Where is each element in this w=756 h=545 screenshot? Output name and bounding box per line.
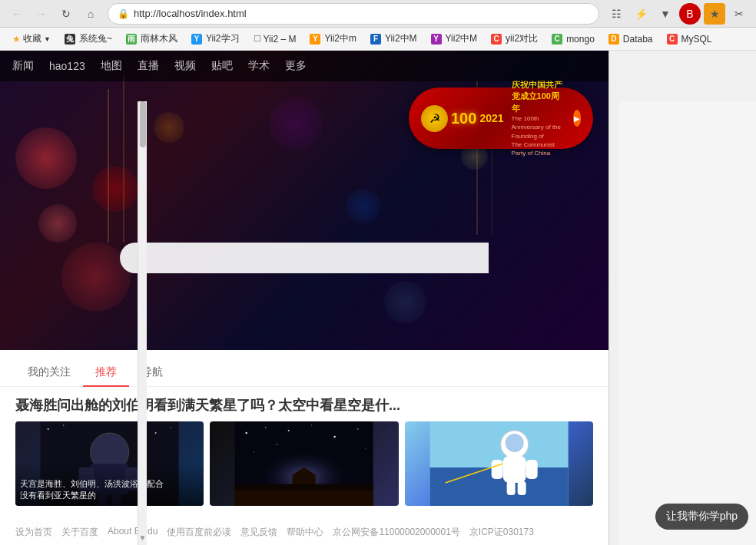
topnav-tieba[interactable]: 贴吧 xyxy=(211,59,233,73)
extensions-button[interactable]: ☷ xyxy=(605,3,627,25)
svg-rect-34 xyxy=(517,481,526,495)
bookmark-star[interactable]: ★ 收藏 ▼ xyxy=(6,30,57,48)
bookmark-yii2m-label: Yii2 – M xyxy=(264,34,297,45)
topnav-academic[interactable]: 学术 xyxy=(248,59,270,73)
svg-point-20 xyxy=(254,452,254,453)
centenary-text: 100 xyxy=(451,110,476,127)
topnav-news[interactable]: 新闻 xyxy=(12,59,34,73)
play-button[interactable]: ▶ xyxy=(573,110,581,127)
bookmark-yii2dui[interactable]: C yii2对比 xyxy=(485,30,544,48)
anniversary-subtitle: The 100th Anniversary of the Founding of… xyxy=(512,114,565,157)
bookmark-comma[interactable]: Y Yii2中M xyxy=(425,30,484,48)
baidu-content: 我的关注 推荐 导航 聂海胜问出舱的刘伯明看到满天繁星了吗？太空中看星空是什..… xyxy=(0,350,608,534)
refresh-button[interactable]: ↻ xyxy=(55,3,77,25)
footer-about[interactable]: 关于百度 xyxy=(61,526,98,539)
svg-point-21 xyxy=(277,444,278,445)
mongo-favicon: C xyxy=(552,34,562,45)
bookmark-yii2f[interactable]: F Yii2中M xyxy=(364,30,423,48)
bookmarks-bar: ★ 收藏 ▼ 兔 系统兔~ 雨 雨林木风 Y Yii2学习 ☐ Yii2 – M… xyxy=(0,28,756,51)
article-image-3[interactable] xyxy=(405,421,593,506)
footer-terms[interactable]: 使用百度前必读 xyxy=(167,526,231,539)
footer-about-en[interactable]: About Baidu xyxy=(108,526,158,539)
topnav-map[interactable]: 地图 xyxy=(101,59,122,73)
tab-my-follow[interactable]: 我的关注 xyxy=(15,359,83,387)
browser-titlebar: ← → ↻ ⌂ 🔒 http://localhost/index.html ☷ … xyxy=(0,0,756,28)
topnav-live[interactable]: 直播 xyxy=(138,59,159,73)
footer-feedback[interactable]: 意见反馈 xyxy=(240,526,277,539)
home-button[interactable]: ⌂ xyxy=(80,3,101,25)
topnav-video[interactable]: 视频 xyxy=(174,59,196,73)
svg-rect-25 xyxy=(235,484,373,490)
forward-button[interactable]: → xyxy=(31,3,52,25)
extensions2-button[interactable]: ★ xyxy=(704,3,725,25)
year-text: 2021 xyxy=(479,112,503,124)
svg-point-7 xyxy=(48,428,49,430)
bookmark-mongo[interactable]: C mongo xyxy=(545,31,601,47)
comma-favicon: Y xyxy=(431,34,442,45)
address-bar[interactable]: 🔒 http://localhost/index.html xyxy=(108,3,599,25)
lightning-button[interactable]: ⚡ xyxy=(630,3,652,25)
bookmark-yii2m[interactable]: ☐ Yii2 – M xyxy=(247,31,303,47)
spacesuit-svg xyxy=(405,421,593,506)
bookmark-yulin-label: 雨林木风 xyxy=(141,32,177,45)
yii2dui-favicon: C xyxy=(491,34,502,45)
svg-point-22 xyxy=(365,448,366,449)
bookmark-database[interactable]: D Databa xyxy=(602,31,659,47)
svg-rect-32 xyxy=(526,460,537,479)
bookmark-mysql[interactable]: C MySQL xyxy=(661,31,718,47)
bookmark-system[interactable]: 兔 系统兔~ xyxy=(58,30,118,48)
bookmark-yulin[interactable]: 雨 雨林木风 xyxy=(120,30,184,48)
bookmark-yii2learn[interactable]: Y Yii2学习 xyxy=(185,30,246,48)
mysql-favicon: C xyxy=(667,34,678,45)
yii2-favicon: Y xyxy=(191,34,202,45)
bookmark-comma-label: Yii2中M xyxy=(446,32,478,45)
bookmark-yii2cn[interactable]: Y Yii2中m xyxy=(303,30,363,48)
url-text: http://localhost/index.html xyxy=(134,8,589,19)
svg-rect-33 xyxy=(506,481,515,495)
article-image-2[interactable] xyxy=(210,421,398,506)
back-button[interactable]: ← xyxy=(6,3,28,25)
tree-1 xyxy=(108,89,109,243)
svg-point-29 xyxy=(505,434,523,452)
right-panel xyxy=(618,101,756,545)
banner-left: ☭ 100 2021 xyxy=(421,105,504,132)
browser-actions: ☷ ⚡ ▼ B ★ ✂ xyxy=(605,3,750,25)
dropdown-button[interactable]: ▼ xyxy=(655,3,676,25)
topnav-hao123[interactable]: hao123 xyxy=(49,60,85,72)
scissors-button[interactable]: ✂ xyxy=(728,3,750,25)
tree-2 xyxy=(123,74,124,243)
profile-button[interactable]: B xyxy=(679,3,701,25)
watermark-text: 让我带你学php xyxy=(666,510,738,522)
yii2cn-favicon: Y xyxy=(310,34,320,45)
article-images: 天宫是海胜、刘伯明、汤洪波浴液配合没有看到亚天繁星的 xyxy=(0,421,608,515)
bokeh-6 xyxy=(269,97,323,150)
footer-homepage[interactable]: 设为首页 xyxy=(15,526,52,539)
bokeh-8 xyxy=(384,281,426,323)
footer-icp[interactable]: 京ICP证030173 xyxy=(469,526,534,539)
anniversary-title: 庆祝中国共产党成立100周年 xyxy=(512,79,565,114)
article-image-1[interactable]: 天宫是海胜、刘伯明、汤洪波浴液配合没有看到亚天繁星的 xyxy=(15,421,204,506)
bokeh-2 xyxy=(38,204,77,243)
tab-recommend[interactable]: 推荐 xyxy=(83,359,129,387)
dropdown-icon: ▼ xyxy=(44,35,51,43)
anniversary-banner[interactable]: ☭ 100 2021 庆祝中国共产党成立100周年 The 100th Anni… xyxy=(409,88,593,149)
footer-help[interactable]: 帮助中心 xyxy=(287,526,323,539)
tab-navigation[interactable]: 导航 xyxy=(129,359,175,387)
footer-beian[interactable]: 京公网安备11000002000001号 xyxy=(333,526,459,539)
article-title[interactable]: 聂海胜问出舱的刘伯明看到满天繁星了吗？太空中看星空是什... xyxy=(0,387,608,421)
bookmark-yii2cn-label: Yii2中m xyxy=(324,32,356,45)
search-input[interactable] xyxy=(120,243,489,273)
bokeh-5 xyxy=(154,112,184,143)
bookmark-mysql-label: MySQL xyxy=(681,34,712,45)
scrollbar-thumb[interactable] xyxy=(140,101,146,147)
scroll-down-arrow[interactable]: ▼ xyxy=(138,533,147,542)
party-emblem: ☭ xyxy=(421,105,448,132)
scrollbar-track[interactable]: ▼ xyxy=(138,101,147,545)
content-tabs: 我的关注 推荐 导航 xyxy=(0,350,608,387)
bookmark-system-label: 系统兔~ xyxy=(79,32,112,45)
topnav-more[interactable]: 更多 xyxy=(285,59,307,73)
database-favicon: D xyxy=(608,34,619,45)
nav-buttons: ← → ↻ ⌂ xyxy=(6,3,101,25)
bokeh-1 xyxy=(15,127,77,189)
bokeh-7 xyxy=(346,189,380,223)
